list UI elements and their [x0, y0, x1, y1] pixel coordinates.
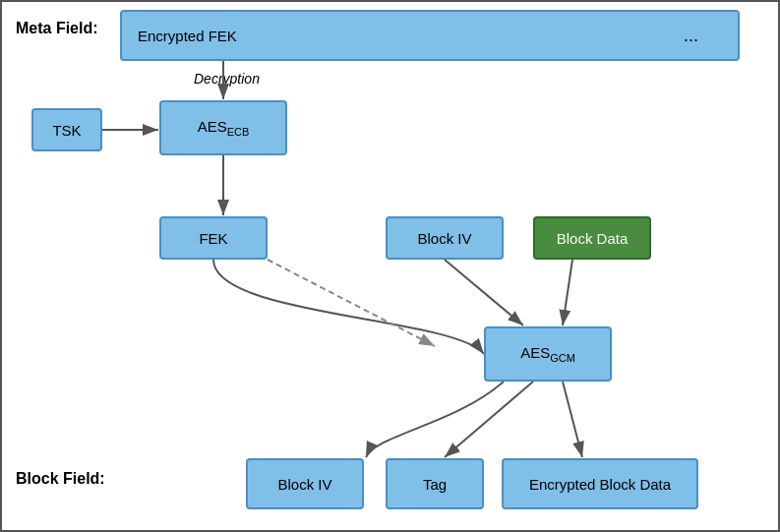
tsk-box: TSK [31, 108, 102, 151]
fek-label: FEK [199, 230, 227, 247]
block-iv-top-label: Block IV [417, 230, 471, 247]
encrypted-fek-dots: ... [684, 26, 698, 46]
encrypted-fek-box: Encrypted FEK ... [120, 10, 740, 61]
fek-box: FEK [159, 216, 268, 260]
svg-line-7 [268, 260, 435, 346]
block-data-box: Block Data [533, 216, 651, 260]
meta-field-label: Meta Field: [16, 20, 98, 37]
block-iv-bottom-box: Block IV [246, 458, 364, 509]
svg-line-9 [563, 382, 582, 457]
svg-line-8 [445, 382, 533, 457]
svg-line-6 [563, 260, 572, 325]
aes-ecb-box: AESECB [159, 100, 287, 155]
encrypted-block-data-box: Encrypted Block Data [502, 458, 698, 509]
block-iv-bottom-label: Block IV [277, 476, 331, 493]
block-field-label: Block Field: [16, 470, 105, 488]
aes-ecb-label: AESECB [198, 118, 250, 138]
aes-gcm-label: AESGCM [520, 344, 575, 364]
block-data-label: Block Data [557, 230, 629, 247]
encrypted-block-data-label: Encrypted Block Data [529, 476, 671, 493]
arrows-svg [2, 2, 780, 532]
svg-line-5 [445, 260, 523, 325]
tsk-label: TSK [52, 122, 81, 139]
block-iv-top-box: Block IV [386, 216, 504, 260]
tag-box: Tag [386, 458, 484, 509]
aes-gcm-box: AESGCM [484, 326, 612, 382]
diagram-container: Meta Field: Encrypted FEK ... Decryption… [0, 0, 780, 532]
encrypted-fek-label: Encrypted FEK [138, 28, 237, 44]
decryption-label: Decryption [194, 71, 260, 87]
tag-label: Tag [423, 476, 447, 493]
